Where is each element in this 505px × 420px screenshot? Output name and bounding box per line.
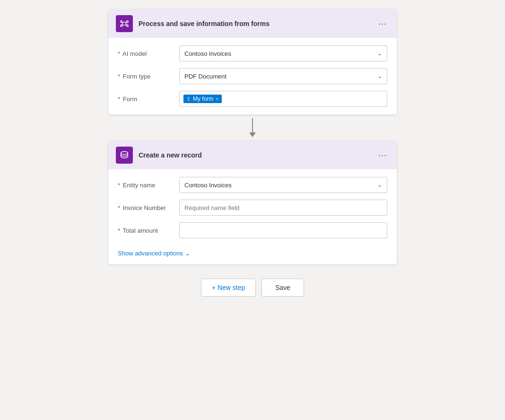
ai-model-chevron-icon: ⌄ — [377, 50, 382, 57]
card1-icon — [116, 15, 133, 32]
svg-line-6 — [126, 22, 128, 23]
total-amount-required-star: * — [118, 227, 120, 234]
svg-line-7 — [122, 25, 123, 25]
form-type-row: * Form type PDF Document ⌄ — [118, 68, 387, 84]
form-tag-control: ⇧ My form × — [179, 91, 387, 107]
entity-name-value: Contoso Invoices — [184, 182, 232, 189]
total-amount-label: * Total amount — [118, 227, 179, 234]
ai-model-control: Contoso invoices ⌄ — [179, 45, 387, 61]
svg-point-0 — [122, 22, 126, 25]
card2-body: * Entity name Contoso Invoices ⌄ * Invoi… — [108, 169, 397, 246]
svg-point-2 — [127, 21, 129, 23]
form-tag-close-icon[interactable]: × — [216, 96, 218, 102]
advanced-options-label: Show advanced options — [118, 250, 183, 257]
form-type-required-star: * — [118, 73, 120, 80]
svg-point-4 — [127, 25, 129, 27]
invoice-number-control — [179, 200, 387, 216]
card2-title: Create a new record — [139, 151, 376, 159]
invoice-number-row: * Invoice Number — [118, 200, 387, 216]
card1-more-button[interactable]: ··· — [376, 17, 389, 30]
form-type-label: * Form type — [118, 73, 179, 80]
show-advanced-options-link[interactable]: Show advanced options ⌄ — [118, 250, 190, 257]
database-icon — [119, 150, 130, 160]
invoice-number-label: * Invoice Number — [118, 204, 179, 211]
card-process-forms: Process and save information from forms … — [108, 9, 397, 114]
entity-name-row: * Entity name Contoso Invoices ⌄ — [118, 177, 387, 193]
total-amount-input[interactable] — [179, 222, 387, 238]
form-tag-input[interactable]: ⇧ My form × — [179, 91, 387, 107]
connector-arrowhead — [249, 132, 256, 137]
bottom-actions: + New step Save — [201, 279, 304, 297]
total-amount-row: * Total amount — [118, 222, 387, 238]
total-amount-control — [179, 222, 387, 238]
card1-title: Process and save information from forms — [139, 20, 376, 27]
svg-point-1 — [121, 21, 122, 23]
connector-line — [252, 118, 253, 132]
form-type-control: PDF Document ⌄ — [179, 68, 387, 84]
svg-point-9 — [121, 151, 128, 154]
entity-name-control: Contoso Invoices ⌄ — [179, 177, 387, 193]
entity-name-label: * Entity name — [118, 182, 179, 189]
card1-body: * AI model Contoso invoices ⌄ * Form typ… — [108, 38, 397, 114]
connector-arrow — [249, 114, 256, 141]
ai-model-required-star: * — [118, 50, 120, 57]
ai-model-dropdown[interactable]: Contoso invoices ⌄ — [179, 45, 387, 61]
form-tag-label: My form — [193, 96, 213, 102]
form-row: * Form ⇧ My form × — [118, 91, 387, 107]
entity-name-chevron-icon: ⌄ — [377, 182, 382, 188]
ai-builder-icon — [119, 18, 130, 29]
new-step-button[interactable]: + New step — [201, 279, 256, 297]
svg-line-5 — [122, 22, 123, 23]
form-tag-chip: ⇧ My form × — [183, 95, 222, 103]
card2-header: Create a new record ··· — [108, 141, 397, 169]
svg-line-8 — [126, 25, 128, 25]
entity-name-required-star: * — [118, 182, 120, 189]
form-type-dropdown[interactable]: PDF Document ⌄ — [179, 68, 387, 84]
card-create-record: Create a new record ··· * Entity name Co… — [108, 141, 397, 264]
form-type-value: PDF Document — [184, 73, 226, 80]
ai-model-label: * AI model — [118, 50, 179, 57]
save-button[interactable]: Save — [261, 279, 304, 297]
advanced-options-row: Show advanced options ⌄ — [108, 246, 397, 264]
ai-model-value: Contoso invoices — [184, 50, 231, 57]
invoice-number-input[interactable] — [179, 200, 387, 216]
card2-more-button[interactable]: ··· — [376, 149, 389, 162]
advanced-options-chevron-icon: ⌄ — [185, 250, 190, 257]
svg-point-3 — [121, 25, 122, 27]
card1-header: Process and save information from forms … — [108, 9, 397, 38]
form-tag-icon: ⇧ — [186, 96, 191, 102]
form-type-chevron-icon: ⌄ — [377, 73, 382, 79]
form-label: * Form — [118, 96, 179, 103]
form-required-star: * — [118, 96, 120, 103]
card2-icon — [116, 147, 133, 164]
invoice-number-required-star: * — [118, 204, 120, 211]
entity-name-dropdown[interactable]: Contoso Invoices ⌄ — [179, 177, 387, 193]
ai-model-row: * AI model Contoso invoices ⌄ — [118, 45, 387, 61]
